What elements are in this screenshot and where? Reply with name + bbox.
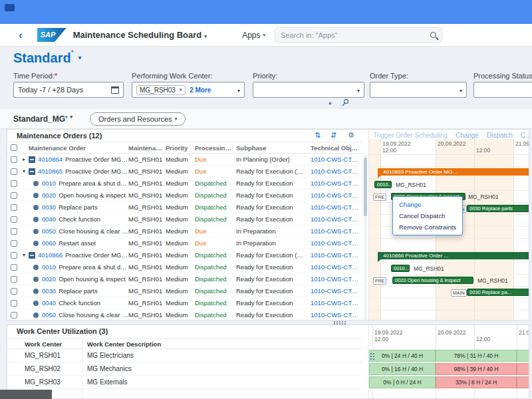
gantt-bar-0030[interactable]: 0030 Replace pa... (467, 289, 529, 296)
operation-link[interactable]: 0020 (42, 275, 56, 283)
table-row[interactable]: 0030Replace parts MG_RSH01 Medium Dispat… (7, 201, 362, 213)
row-checkbox[interactable] (11, 180, 17, 187)
select-all-checkbox[interactable] (11, 144, 17, 151)
menu-item-cancel-dispatch[interactable]: Cancel Dispatch (393, 210, 462, 221)
operation-link[interactable]: 0010 (42, 263, 56, 271)
chevron-down-icon[interactable] (357, 86, 360, 94)
gantt-bar-0020[interactable]: 0020 Open housing & inspect (392, 277, 473, 284)
table-row[interactable]: 0060Restart asset MG_RSH01 Medium Due In… (7, 237, 362, 249)
more-tokens-link[interactable]: 2 More (190, 86, 211, 94)
table-row[interactable]: ▾ 4010866Proactive Order MG03 MG_RSH01 M… (7, 249, 362, 261)
utilization-cell[interactable]: 98% | 39 H / 40 H (436, 363, 517, 375)
row-checkbox[interactable] (11, 300, 17, 307)
operation-link[interactable]: 0030 (42, 287, 56, 295)
order-link[interactable]: 4010865 (38, 168, 63, 175)
table-row[interactable]: 0040Check function MG_RSH01 Medium Dispa… (7, 213, 362, 225)
operation-link[interactable]: 0050 (42, 311, 56, 319)
priority-input[interactable] (253, 82, 364, 98)
dispatch-button[interactable]: Dispatch (487, 132, 513, 139)
row-checkbox[interactable] (11, 240, 17, 247)
technical-object-link[interactable]: 1010-CWS-CTW Cooli... (311, 251, 361, 259)
technical-object-link[interactable]: 1010-CWS-CTW Cooli... (311, 311, 361, 319)
row-checkbox[interactable] (11, 204, 17, 211)
technical-object-link[interactable]: 1010-CWS-CTW Cooli... (311, 215, 361, 223)
col-technical-object[interactable]: Technical Object (311, 144, 361, 152)
technical-object-link[interactable]: 1010-CWS-CTW Cooli... (311, 168, 361, 175)
col-priority[interactable]: Priority (166, 144, 195, 152)
time-period-input[interactable]: Today -7 / +28 Days (13, 82, 124, 98)
splitter-handle[interactable] (334, 321, 335, 323)
expand-icon[interactable]: ▸ (19, 156, 29, 162)
gantt-summary-bar-4010866[interactable]: 4010866 Proactive Order ... (378, 252, 529, 259)
row-checkbox[interactable] (11, 264, 17, 271)
operation-link[interactable]: 0050 (42, 227, 56, 235)
utilization-cell[interactable]: 78% | 31 H / 40 H (436, 350, 517, 362)
operation-link[interactable]: 0030 (42, 203, 56, 211)
page-title[interactable]: Standard (13, 51, 71, 66)
col-maintenance-wc[interactable]: Maintenan... (128, 144, 166, 152)
order-type-input[interactable] (370, 82, 467, 98)
operation-link[interactable]: 0010 (42, 180, 56, 187)
gantt-summary-bar-4010865[interactable]: 4010865 Proactive Order MG... (378, 168, 529, 176)
chevron-down-icon[interactable] (460, 86, 462, 94)
technical-object-link[interactable]: 1010-CWS-CTW Cooli... (311, 192, 361, 199)
row-checkbox[interactable] (11, 168, 17, 175)
calendar-icon[interactable] (111, 86, 119, 94)
technical-object-link[interactable]: 1010-CWS-CTW Cooli... (311, 263, 361, 271)
col-work-center-description[interactable]: Work Center Description (82, 340, 161, 348)
back-icon[interactable]: ‹ (19, 29, 23, 41)
view-selector[interactable]: Orders and Resources (90, 112, 186, 126)
table-row[interactable]: 0040Check function MG_RSH01 Medium Dispa… (7, 297, 362, 309)
col-maintenance-order[interactable]: Maintenance Order (29, 144, 128, 152)
operation-link[interactable]: 0020 (42, 192, 56, 199)
table-row[interactable]: 0030Replace parts MG_RSH01 Medium Dispat… (7, 285, 362, 297)
gear-icon[interactable]: ⚙ (348, 131, 354, 140)
pin-icon[interactable] (341, 98, 349, 106)
relationship-chip[interactable]: PRE (373, 194, 386, 201)
table-row[interactable]: ▾ 4010865Proactive Order MG02 MG_RSH01 M… (7, 166, 362, 178)
apps-dropdown[interactable]: Apps (242, 31, 265, 40)
table-row[interactable]: 0010Prepare area & shut down MG_RSH01 Me… (7, 261, 362, 273)
utilization-cell[interactable] (517, 363, 529, 375)
chevron-down-icon[interactable] (74, 51, 82, 63)
gantt-bar-0030[interactable]: 0030 Replace parts (467, 205, 529, 212)
search-icon[interactable] (430, 32, 436, 38)
drag-handle[interactable] (370, 353, 372, 354)
utilization-cell[interactable]: 0% | 16 H / 40 H (369, 363, 436, 375)
processing-status-input[interactable] (473, 82, 532, 98)
row-checkbox[interactable] (11, 288, 17, 295)
row-checkbox[interactable] (11, 252, 17, 259)
change-button[interactable]: Change (456, 132, 479, 139)
work-center-input[interactable]: MG_RSH03× 2 More (132, 82, 245, 98)
technical-object-link[interactable]: 1010-CWS-CTW Cooli... (311, 203, 361, 211)
table-row[interactable]: ▸ 4010864Proactive Order MG01 MG_RSH01 M… (7, 154, 362, 166)
row-checkbox[interactable] (11, 216, 17, 223)
menu-item-remove-constraints[interactable]: Remove Constraints (393, 221, 462, 233)
row-checkbox[interactable] (11, 276, 17, 283)
technical-object-link[interactable]: 1010-CWS-CTW Cooli... (311, 239, 361, 247)
board-variant-selector[interactable]: Standard_MG* (13, 114, 72, 124)
work-center-token[interactable]: MG_RSH03× (136, 85, 186, 95)
row-checkbox[interactable] (11, 228, 17, 235)
gantt-bar-0010[interactable]: 0010... (374, 181, 392, 188)
collapse-filter-bar-icon[interactable]: ▴ (329, 99, 332, 106)
technical-object-link[interactable]: 1010-CWS-CTW Cooli... (311, 287, 361, 295)
table-scrollbar-thumb[interactable] (364, 158, 367, 216)
menu-item-change[interactable]: Change (393, 199, 462, 210)
utilization-row[interactable]: MG_RSH02 MG Mechanics (7, 362, 362, 376)
row-checkbox[interactable] (11, 156, 17, 163)
app-title-menu[interactable]: Maintenance Scheduling Board (73, 30, 207, 40)
technical-object-link[interactable]: 1010-CWS-CTW Cooli... (311, 299, 361, 307)
chevron-down-icon[interactable] (237, 86, 240, 94)
gantt-bar-0010[interactable]: 0010... (391, 265, 410, 272)
relationship-chip[interactable]: MAIN (451, 289, 467, 297)
utilization-cell[interactable]: 0% | 0 H / 24 H (369, 376, 436, 388)
window-control[interactable] (5, 4, 15, 11)
col-work-center[interactable]: Work Center (7, 340, 82, 348)
operation-link[interactable]: 0040 (42, 215, 56, 223)
row-checkbox[interactable] (11, 192, 17, 199)
technical-object-link[interactable]: 1010-CWS-CTW Cooli... (311, 156, 361, 163)
table-row[interactable]: 0020Open housing & inspect MG_RSH01 Medi… (7, 273, 362, 285)
utilization-cell[interactable]: 33% | 8 H / 24 H (436, 376, 517, 388)
relationship-chip[interactable]: PRE (373, 277, 386, 285)
